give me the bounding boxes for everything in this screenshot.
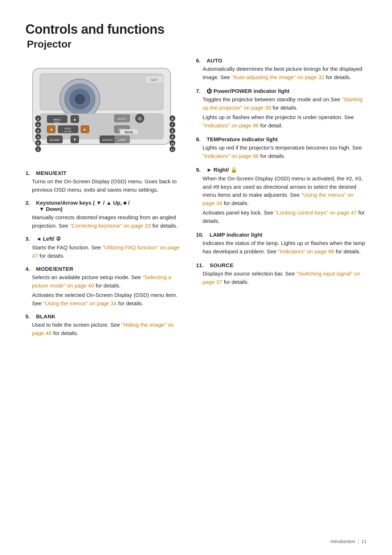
item-number: 2. [25,200,30,206]
svg-text:DLP: DLP [151,78,158,82]
item-number: 8. [196,136,201,142]
item-body: Toggles the projector between standby mo… [196,95,367,112]
item-number: 5. [25,313,30,319]
svg-text:MODE: MODE [65,127,71,130]
svg-text:⏻: ⏻ [138,117,142,121]
item-body-2: Lights up or flashes when the projector … [196,113,367,130]
item-title: ► Right/ 🔒 [207,167,237,173]
item-number: 4. [25,266,30,272]
ref-link[interactable]: "Locking control keys" on page 47 [275,209,357,216]
item-body: Starts the FAQ function. See "Utilizing … [25,244,181,260]
page-footer: Introduction 11 [331,539,367,544]
svg-text:2: 2 [37,123,39,127]
list-item: 9. ► Right/ 🔒 When the On-Screen Display… [196,167,367,225]
footer-page-number: 11 [362,539,367,544]
svg-text:benq: benq [125,130,133,134]
svg-text:11: 11 [171,148,174,151]
item-body-2: Activates the selected On-Screen Display… [25,291,181,307]
ref-link[interactable]: "Starting up the projector" on page 30 [203,96,363,111]
item-body-2: Activates panel key lock. See "Locking c… [196,209,367,225]
right-column: 6. AUTO Automatically determines the bes… [196,57,367,293]
svg-text:▲: ▲ [73,117,77,121]
svg-text:4: 4 [37,135,39,139]
svg-text:▼: ▼ [73,138,77,142]
ref-link[interactable]: "Using the menus" on page 34 [203,192,354,206]
item-body: Indicates the status of the lamp. Lights… [196,239,367,256]
main-title: Controls and functions [25,22,367,37]
ref-link[interactable]: "Hiding the image" on page 46 [32,322,174,336]
ref-link[interactable]: "Switching input signal" on page 37 [203,270,360,285]
svg-text:BLANK: BLANK [50,138,60,142]
projector-diagram: DLP 1 2 3 4 [25,57,178,159]
item-title: MENU/EXIT [36,170,66,176]
list-item: 2. Keystone/Arrow keys ( ▼ / ▲ Up, ■ / ▼… [25,200,181,230]
footer-divider [358,539,359,544]
svg-text:EXIT: EXIT [54,121,60,124]
item-title: ◄ Left/ ② [36,236,61,242]
left-items-list: 1. MENU/EXIT Turns on the On-Screen Disp… [25,170,181,337]
item-body: Used to hide the screen picture. See "Hi… [25,321,181,337]
item-number: 11. [196,262,204,268]
svg-point-5 [75,94,85,104]
svg-text:3: 3 [37,129,39,133]
footer-section: Introduction [331,539,355,544]
svg-text:8: 8 [171,129,173,133]
left-column: DLP 1 2 3 4 [25,57,181,343]
item-body: Manually corrects distorted images resul… [25,213,181,230]
item-body: Lights up red if the projector's tempera… [196,144,367,160]
item-body: Selects an available picture setup mode.… [25,273,181,290]
svg-text:6: 6 [171,117,173,121]
ref-link[interactable]: "Selecting a picture mode" on page 40 [32,274,171,289]
list-item: 7. ⏻ Power/POWER indicator light Toggles… [196,88,367,130]
item-number: 10. [196,232,204,238]
svg-text:►: ► [83,127,87,131]
ref-link[interactable]: "Indicators" on page 96 [278,248,334,254]
ref-link[interactable]: "Utilizing FAQ function" on page 47 [32,244,180,259]
ref-link[interactable]: "Auto-adjusting the image" on page 32 [232,74,324,80]
ref-link[interactable]: "Using the menus" on page 34 [43,300,117,306]
svg-text:7: 7 [171,123,173,127]
svg-text:ENTER: ENTER [64,130,72,132]
item-title: TEMPerature indicator light [207,136,278,142]
svg-text:AUTO: AUTO [118,117,126,121]
svg-text:SOURCE: SOURCE [102,139,113,141]
item-number: 1. [25,170,30,176]
ref-link[interactable]: "Indicators" on page 96 [203,122,259,128]
item-title: AUTO [207,57,222,64]
svg-text:MENU: MENU [53,118,61,121]
item-title: LAMP indicator light [210,232,263,238]
list-item: 3. ◄ Left/ ② Starts the FAQ function. Se… [25,236,181,260]
item-title: ⏻ Power/POWER indicator light [207,88,289,94]
svg-text:9: 9 [171,135,173,139]
ref-link[interactable]: "Indicators" on page 96 [203,153,259,159]
item-number: 3. [25,236,30,242]
list-item: 1. MENU/EXIT Turns on the On-Screen Disp… [25,170,181,194]
item-body: When the On-Screen Display (OSD) menu is… [196,175,367,207]
svg-text:◄: ◄ [49,127,53,131]
sub-title: Projector [25,38,367,50]
svg-rect-1 [40,74,163,110]
svg-text:LAMP: LAMP [118,138,126,142]
item-body: Turns on the On-Screen Display (OSD) men… [25,177,181,194]
svg-text:5: 5 [37,142,39,145]
svg-text:2: 2 [37,148,39,151]
item-body: Displays the source selection bar. See "… [196,270,367,286]
ref-link[interactable]: "Correcting keystone" on page 33 [70,223,151,229]
item-title: Keystone/Arrow keys ( ▼ / ▲ Up, ■ / ▼ Do… [25,200,130,212]
list-item: 8. TEMPerature indicator light Lights up… [196,136,367,160]
item-title: SOURCE [210,262,234,268]
svg-text:1: 1 [37,117,39,121]
item-title: BLANK [36,313,56,319]
list-item: 6. AUTO Automatically determines the bes… [196,57,367,81]
item-number: 9. [196,167,201,173]
list-item: 5. BLANK Used to hide the screen picture… [25,313,181,337]
item-number: 7. [196,88,201,94]
svg-text:10: 10 [171,142,174,145]
item-number: 6. [196,57,201,64]
item-body: Automatically determines the best pictur… [196,65,367,81]
list-item: 11. SOURCE Displays the source selection… [196,262,367,286]
list-item: 10. LAMP indicator light Indicates the s… [196,232,367,256]
item-title: MODE/ENTER [36,266,73,272]
right-items-list: 6. AUTO Automatically determines the bes… [196,57,367,286]
list-item: 4. MODE/ENTER Selects an available pictu… [25,266,181,307]
